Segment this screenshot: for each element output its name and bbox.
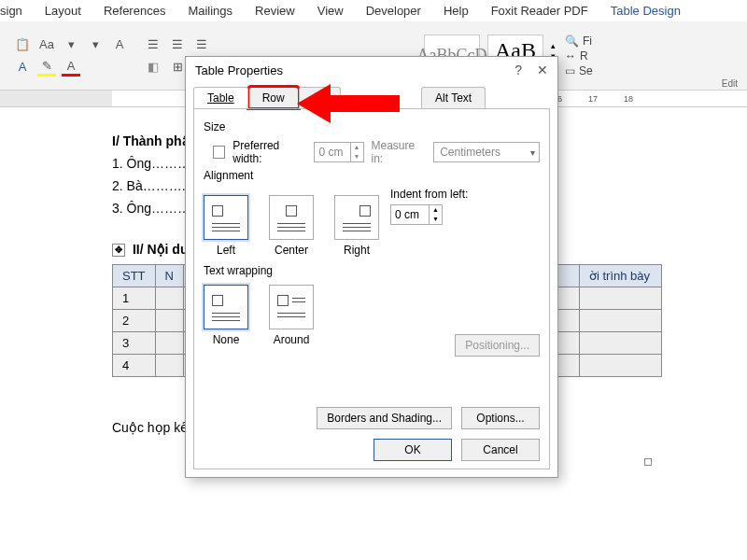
numbering-icon[interactable]: ☰ bbox=[168, 35, 187, 54]
dialog-tabs: Table Row Co Alt Text bbox=[193, 87, 550, 108]
wrap-none-label: None bbox=[213, 333, 240, 346]
tab-foxit[interactable]: Foxit Reader PDF bbox=[491, 4, 588, 18]
font-size-select[interactable]: ▾ bbox=[86, 35, 105, 54]
align-left-label: Left bbox=[217, 244, 235, 257]
font-case-icon[interactable]: Aa bbox=[37, 35, 56, 54]
ruler-mark: 18 bbox=[611, 94, 646, 104]
spin-up-icon[interactable]: ▲ bbox=[350, 143, 363, 152]
chevron-down-icon[interactable]: ▾ bbox=[62, 35, 80, 54]
ribbon-tabs: sign Layout References Mailings Review V… bbox=[0, 0, 747, 21]
tab-references[interactable]: References bbox=[104, 4, 165, 18]
tab-column[interactable]: Co bbox=[299, 87, 341, 108]
help-icon[interactable]: ? bbox=[514, 63, 522, 77]
wrap-around-button[interactable] bbox=[269, 285, 314, 329]
ruler-mark: 17 bbox=[575, 94, 611, 104]
bullets-icon[interactable]: ☰ bbox=[144, 35, 162, 54]
table-header: STT bbox=[113, 265, 156, 287]
close-icon[interactable]: ✕ bbox=[537, 63, 548, 77]
indent-label: Indent from left: bbox=[390, 188, 468, 201]
paste-icon[interactable]: 📋 bbox=[13, 35, 32, 54]
table-resize-handle-icon[interactable] bbox=[644, 458, 652, 466]
tab-review[interactable]: Review bbox=[255, 4, 295, 18]
tab-table-design[interactable]: Table Design bbox=[611, 4, 681, 18]
table-header: N bbox=[155, 265, 183, 287]
alignment-label: Alignment bbox=[204, 169, 540, 182]
align-right-label: Right bbox=[344, 244, 370, 257]
align-left-button[interactable] bbox=[204, 195, 248, 240]
multilevel-icon[interactable]: ☰ bbox=[192, 35, 211, 54]
measure-in-select[interactable]: Centimeters bbox=[433, 142, 540, 162]
tab-layout[interactable]: Layout bbox=[45, 4, 81, 18]
font-color-icon[interactable]: A bbox=[62, 58, 80, 77]
editing-group: 🔍 Fi ↔ R ▭ Se bbox=[565, 35, 599, 77]
tab-mailings[interactable]: Mailings bbox=[188, 4, 233, 18]
gallery-up-icon[interactable]: ▴ bbox=[551, 41, 556, 50]
spin-down-icon[interactable]: ▼ bbox=[429, 215, 442, 224]
text-effects-icon[interactable]: A bbox=[13, 58, 32, 77]
borders-icon[interactable]: ⊞ bbox=[168, 58, 187, 77]
editor-group-label: Edit bbox=[722, 78, 738, 89]
options-button[interactable]: Options... bbox=[461, 407, 540, 429]
preferred-width-input[interactable]: 0 cm ▲▼ bbox=[314, 142, 363, 162]
tab-row[interactable]: Row bbox=[248, 87, 299, 108]
select-button[interactable]: ▭ Se bbox=[565, 64, 593, 77]
preferred-width-label: Preferred width: bbox=[233, 139, 306, 165]
align-right-button[interactable] bbox=[334, 195, 379, 240]
table-properties-dialog: Table Properties ? ✕ Table Row Co Alt Te… bbox=[185, 56, 558, 478]
text-wrapping-label: Text wrapping bbox=[204, 264, 540, 277]
dialog-titlebar[interactable]: Table Properties ? ✕ bbox=[186, 57, 557, 83]
dialog-title: Table Properties bbox=[195, 63, 283, 77]
find-button[interactable]: 🔍 Fi bbox=[565, 35, 593, 48]
measure-in-label: Measure in: bbox=[372, 139, 427, 165]
tab-alt-text[interactable]: Alt Text bbox=[421, 87, 486, 108]
tab-table[interactable]: Table bbox=[193, 87, 248, 108]
tab-help[interactable]: Help bbox=[444, 4, 469, 18]
dialog-body: Size Preferred width: 0 cm ▲▼ Measure in… bbox=[193, 108, 550, 469]
align-center-label: Center bbox=[275, 244, 308, 257]
highlight-icon[interactable]: ✎ bbox=[37, 58, 56, 77]
replace-button[interactable]: ↔ R bbox=[565, 49, 593, 63]
borders-shading-button[interactable]: Borders and Shading... bbox=[317, 407, 452, 429]
wrap-around-label: Around bbox=[274, 333, 310, 346]
table-move-handle-icon[interactable]: ✥ bbox=[112, 244, 125, 257]
spin-up-icon[interactable]: ▲ bbox=[429, 205, 442, 215]
shading-icon[interactable]: ◧ bbox=[144, 58, 162, 77]
positioning-button[interactable]: Positioning... bbox=[455, 334, 540, 357]
table-header: ời trình bày bbox=[579, 265, 661, 287]
cancel-button[interactable]: Cancel bbox=[461, 439, 540, 461]
tab-view[interactable]: View bbox=[317, 4, 344, 18]
ok-button[interactable]: OK bbox=[374, 439, 452, 461]
preferred-width-checkbox[interactable] bbox=[213, 146, 225, 159]
wrap-none-button[interactable] bbox=[204, 285, 248, 329]
indent-input[interactable]: 0 cm ▲▼ bbox=[390, 204, 443, 225]
size-label: Size bbox=[204, 120, 540, 133]
spin-down-icon[interactable]: ▼ bbox=[350, 152, 363, 161]
tab-developer[interactable]: Developer bbox=[366, 4, 421, 18]
clear-format-icon[interactable]: A bbox=[110, 35, 129, 54]
tab-design[interactable]: sign bbox=[0, 4, 22, 18]
align-center-button[interactable] bbox=[269, 195, 314, 240]
